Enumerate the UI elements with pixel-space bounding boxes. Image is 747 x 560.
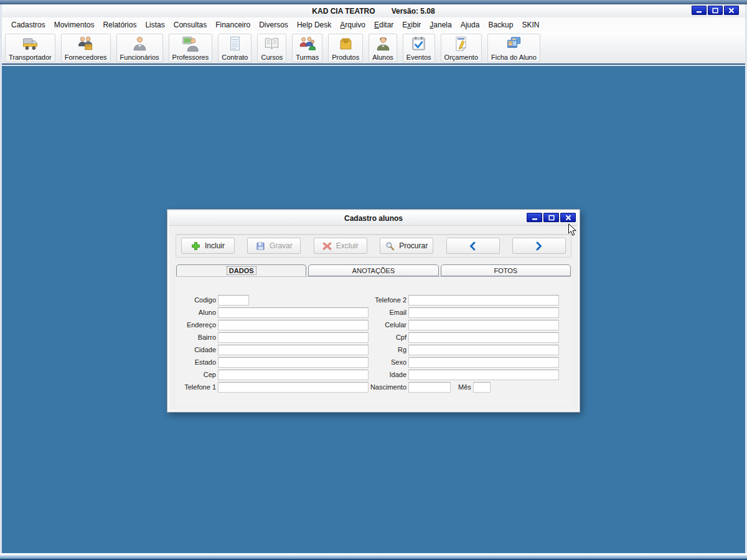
menu-ajuda[interactable]: Ajuda [456, 19, 484, 31]
dialog-tabs: DADOSANOTAÇÕESFOTOS [176, 264, 571, 276]
menu-backup[interactable]: Backup [484, 19, 517, 31]
form-column-right: Telefone 2EmailCelularCpfRgSexoIdadeNasc… [365, 294, 559, 393]
window-controls [692, 6, 739, 15]
menu-janela[interactable]: Janela [425, 19, 456, 31]
record-cards-icon [505, 35, 522, 52]
form-row-idade: Idade [365, 368, 559, 381]
window-maximize-button[interactable] [708, 6, 723, 15]
maximize-icon [712, 7, 719, 14]
email-label: Email [365, 309, 406, 316]
telefone-2-label: Telefone 2 [365, 296, 406, 304]
form-row-celular: Celular [365, 319, 559, 331]
tab-dados[interactable]: DADOS [176, 264, 306, 276]
toolbar-label: Alunos [372, 54, 393, 61]
cep-input[interactable] [218, 370, 369, 380]
dialog-titlebar[interactable]: Cadastro alunos [169, 212, 578, 226]
menu-editar[interactable]: Editar [370, 19, 398, 31]
estado-input[interactable] [218, 357, 369, 368]
form-row-cep: Cep [174, 368, 369, 381]
toolbar-eventos-button[interactable]: Eventos [403, 34, 435, 62]
menu-skin[interactable]: SKIN [517, 19, 543, 31]
tab-fotos[interactable]: FOTOS [441, 264, 571, 276]
form-column-left: CodigoAlunoEndereçoBairroCidadeEstadoCep… [174, 294, 369, 393]
pencil-paper-icon [453, 35, 469, 52]
toolbar-transportador-button[interactable]: Transportador [5, 34, 55, 62]
menu-help-desk[interactable]: Help Desk [293, 19, 336, 31]
menu-listas[interactable]: Listas [141, 19, 169, 31]
rg-input[interactable] [408, 345, 559, 355]
form-row-nascimento: NascimentoMês [365, 381, 559, 393]
dialog-title: Cadastro alunos [344, 214, 403, 223]
menu-movimentos[interactable]: Movimentos [50, 19, 99, 31]
menu-diversos[interactable]: Diversos [255, 19, 293, 31]
menu-consultas[interactable]: Consultas [169, 19, 211, 31]
window-frame-bottom [0, 553, 747, 560]
gravar-button[interactable]: Gravar [247, 238, 301, 254]
incluir-button[interactable]: Incluir [181, 238, 235, 254]
menu-cadastros[interactable]: Cadastros [7, 19, 50, 31]
suppliers-icon [77, 35, 94, 52]
endereco-input[interactable] [218, 320, 369, 330]
dialog-maximize-button[interactable] [543, 213, 559, 222]
menu-financeiro[interactable]: Financeiro [211, 19, 255, 31]
menu-exibir[interactable]: Exibir [398, 19, 425, 31]
mes-input[interactable] [473, 382, 491, 393]
employee-icon [131, 35, 148, 52]
toolbar-alunos-button[interactable]: Alunos [369, 34, 397, 62]
toolbar-professores-button[interactable]: Professores [169, 34, 213, 62]
dialog-cadastro-alunos: Cadastro alunos IncluirGravarExcluirProc… [167, 209, 580, 413]
window-minimize-button[interactable] [692, 6, 707, 15]
idade-input[interactable] [408, 370, 559, 380]
toolbar-label: Contrato [222, 54, 248, 61]
bairro-label: Bairro [174, 334, 216, 341]
toolbar-funcionarios-button[interactable]: Funcionários [116, 34, 163, 62]
excluir-button[interactable]: Excluir [314, 238, 367, 254]
toolbar-produtos-button[interactable]: Produtos [328, 34, 363, 62]
toolbar-label: Fornecedores [65, 54, 107, 61]
email-input[interactable] [408, 307, 559, 318]
toolbar-cursos-button[interactable]: Cursos [257, 34, 286, 62]
nascimento-label: Nascimento [365, 383, 406, 391]
endereco-label: Endereço [174, 321, 216, 329]
next-record-button[interactable] [512, 238, 566, 254]
estado-label: Estado [174, 358, 216, 366]
calendar-check-icon [410, 35, 427, 52]
codigo-input[interactable] [218, 295, 249, 306]
telefone-2-input[interactable] [408, 295, 559, 306]
tab-anotacoes[interactable]: ANOTAÇÕES [308, 264, 438, 276]
telefone-1-input[interactable] [218, 382, 369, 393]
procurar-button[interactable]: Procurar [380, 238, 433, 254]
action-label: Gravar [270, 241, 293, 250]
toolbar-ficha-do-aluno-button[interactable]: Ficha do Aluno [487, 34, 540, 62]
cpf-input[interactable] [408, 332, 559, 343]
toolbar-contrato-button[interactable]: Contrato [218, 34, 251, 62]
truck-icon [22, 35, 39, 52]
action-label: Incluir [205, 241, 225, 250]
search-icon [385, 241, 395, 251]
sexo-input[interactable] [408, 357, 559, 368]
menu-arquivo[interactable]: Arquivo [336, 19, 370, 31]
form-row-telefone-2: Telefone 2 [365, 294, 559, 306]
window-close-button[interactable] [724, 6, 739, 15]
toolbar-fornecedores-button[interactable]: Fornecedores [61, 34, 111, 62]
toolbar-turmas-button[interactable]: Turmas [292, 34, 322, 62]
tab-label: ANOTAÇÕES [352, 267, 395, 274]
action-label: Excluir [336, 241, 359, 250]
previous-record-button[interactable] [446, 238, 500, 254]
form-row-endereco: Endereço [174, 319, 369, 331]
student-icon [375, 35, 392, 52]
bairro-input[interactable] [218, 332, 369, 343]
menu-relatorios[interactable]: Relatórios [98, 19, 141, 31]
cidade-input[interactable] [218, 345, 369, 355]
dialog-minimize-button[interactable] [527, 213, 542, 222]
aluno-input[interactable] [218, 307, 369, 318]
window-version: Versão: 5.08 [392, 7, 435, 16]
toolbar-orcamento-button[interactable]: Orçamento [441, 34, 482, 62]
cidade-label: Cidade [174, 346, 216, 353]
celular-input[interactable] [408, 320, 559, 330]
dialog-close-button[interactable] [560, 213, 576, 222]
form-row-aluno: Aluno [174, 306, 369, 319]
sexo-label: Sexo [365, 358, 406, 366]
nascimento-input[interactable] [408, 382, 451, 393]
form-row-rg: Rg [365, 343, 559, 356]
